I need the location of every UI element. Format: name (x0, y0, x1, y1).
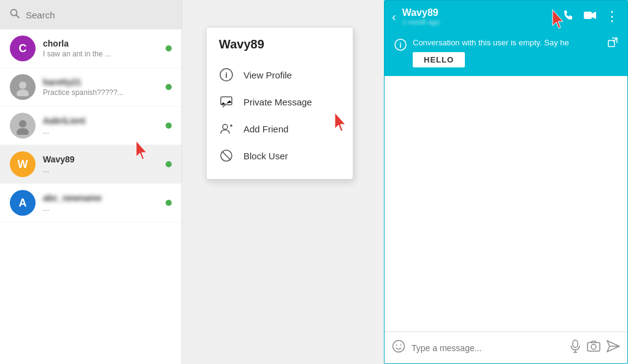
chat-username: Wavy89 (402, 7, 562, 18)
private-message-item[interactable]: Private Message (207, 88, 353, 115)
contact-info: chorla I saw an ant in the ... (43, 39, 161, 58)
notification-message: Conversation with this user is empty. Sa… (413, 37, 602, 48)
add-friend-item[interactable]: Add Friend (207, 115, 353, 142)
svg-point-24 (396, 344, 397, 346)
view-profile-label: View Profile (243, 70, 292, 80)
avatar: C (10, 36, 36, 61)
list-item[interactable]: A abc_newname ... (0, 184, 182, 222)
chat-header: ‹ Wavy89 1 month ago ⋮ (385, 1, 627, 32)
chat-header-info: Wavy89 1 month ago (402, 7, 562, 26)
contact-list: C chorla I saw an ant in the ... haretty… (0, 29, 182, 222)
list-item[interactable]: W Wavy89 ... (0, 145, 182, 184)
context-menu: Wavy89 i View Profile Private Message Ad… (206, 27, 353, 180)
svg-rect-17 (584, 12, 592, 19)
chat-actions: ⋮ (562, 9, 620, 25)
svg-point-25 (400, 344, 402, 346)
svg-point-11 (223, 124, 228, 129)
list-item[interactable]: AabriLient ... (0, 107, 182, 145)
svg-point-30 (591, 344, 596, 349)
block-user-label: Block User (243, 151, 288, 161)
notification-content: Conversation with this user is empty. Sa… (413, 37, 602, 67)
send-button[interactable] (607, 340, 620, 355)
online-indicator (166, 123, 172, 129)
context-menu-title: Wavy89 (207, 37, 353, 61)
contact-name: chorla (43, 39, 161, 48)
svg-point-2 (19, 82, 26, 89)
online-indicator (166, 161, 172, 167)
svg-point-23 (393, 341, 405, 352)
contact-preview: Practice spanish?????... (43, 88, 161, 97)
contact-name: Wavy89 (43, 154, 161, 164)
microphone-button[interactable] (570, 339, 581, 356)
contact-info: haretty21 Practice spanish?????... (43, 77, 161, 97)
chat-messages (385, 76, 627, 332)
svg-rect-29 (588, 343, 600, 351)
svg-text:i: i (225, 70, 228, 80)
svg-line-22 (613, 38, 617, 42)
avatar: W (10, 151, 36, 177)
camera-button[interactable] (587, 341, 600, 355)
person-add-icon (219, 121, 234, 136)
info-icon: i (219, 67, 234, 82)
contact-preview: I saw an ant in the ... (43, 50, 161, 58)
chat-footer (385, 332, 627, 363)
video-call-button[interactable] (583, 10, 597, 23)
contact-info: Wavy89 ... (43, 154, 161, 174)
svg-text:i: i (399, 41, 401, 50)
online-indicator (166, 84, 172, 90)
more-options-button[interactable]: ⋮ (605, 9, 620, 25)
private-message-label: Private Message (243, 97, 312, 107)
chat-icon (219, 94, 234, 109)
contact-preview: ... (43, 165, 161, 174)
contact-preview: ... (43, 204, 161, 213)
chat-notification: i Conversation with this user is empty. … (385, 32, 627, 76)
block-user-item[interactable]: Block User (207, 142, 353, 169)
avatar (10, 74, 36, 100)
contact-info: AabriLient ... (43, 116, 161, 135)
message-input[interactable] (412, 343, 564, 353)
search-input[interactable] (26, 10, 172, 20)
svg-line-15 (222, 151, 231, 160)
svg-point-5 (17, 128, 29, 135)
view-profile-item[interactable]: i View Profile (207, 61, 353, 88)
contact-preview: ... (43, 127, 161, 135)
emoji-button[interactable] (392, 339, 405, 356)
contact-name: haretty21 (43, 77, 161, 87)
contact-name: AabriLient (43, 116, 161, 126)
call-button[interactable] (562, 9, 575, 25)
svg-point-3 (17, 89, 29, 96)
chat-status: 1 month ago (402, 18, 562, 26)
contact-name: abc_newname (43, 193, 161, 203)
contact-info: abc_newname ... (43, 193, 161, 213)
back-button[interactable]: ‹ (392, 10, 396, 24)
online-indicator (166, 45, 172, 51)
avatar (10, 113, 36, 138)
avatar: A (10, 190, 36, 216)
chat-panel: ‹ Wavy89 1 month ago ⋮ i Conversation wi… (384, 0, 628, 364)
svg-line-1 (17, 15, 20, 18)
list-item[interactable]: haretty21 Practice spanish?????... (0, 68, 182, 107)
search-bar[interactable] (0, 0, 182, 29)
external-link-icon[interactable] (608, 37, 618, 50)
block-icon (219, 148, 234, 163)
notification-info-icon: i (394, 39, 407, 54)
online-indicator (166, 200, 172, 206)
search-icon (10, 9, 20, 21)
svg-marker-18 (592, 12, 596, 19)
sidebar: C chorla I saw an ant in the ... haretty… (0, 0, 182, 364)
svg-rect-26 (573, 340, 578, 347)
list-item[interactable]: C chorla I saw an ant in the ... (0, 29, 182, 68)
svg-point-4 (19, 120, 26, 127)
hello-button[interactable]: HELLO (413, 52, 465, 67)
add-friend-label: Add Friend (243, 124, 288, 134)
